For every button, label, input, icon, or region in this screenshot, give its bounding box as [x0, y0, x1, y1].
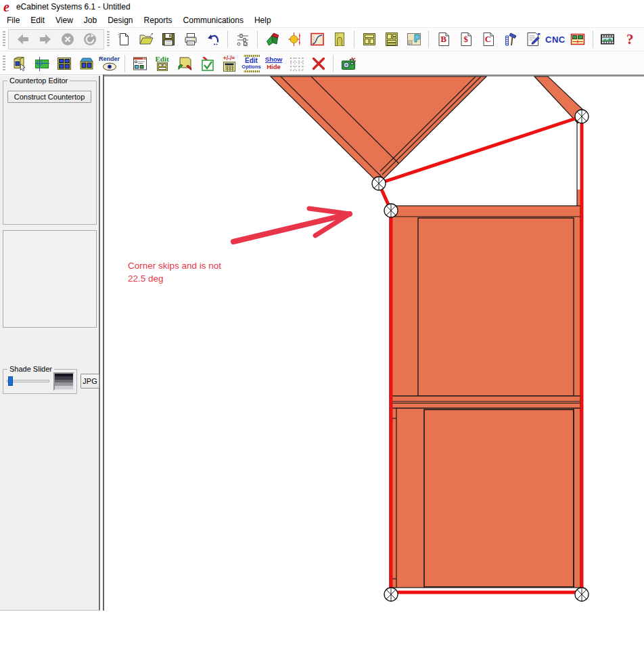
print-icon — [183, 31, 199, 47]
design-canvas[interactable]: Corner skips and is not 22.5 deg — [103, 74, 644, 611]
shade-slider-track[interactable] — [7, 380, 49, 382]
replace-cabinet-icon — [177, 56, 193, 72]
refresh-icon — [82, 31, 98, 47]
vertex-marker[interactable] — [575, 110, 589, 123]
snapshot-button[interactable] — [338, 53, 358, 74]
bid-report-icon — [436, 31, 452, 47]
edit-options-button[interactable]: EditOptions — [242, 53, 261, 74]
menu-edit[interactable]: Edit — [25, 14, 50, 26]
help-button[interactable]: ? — [620, 29, 640, 49]
edit-cabinet-button[interactable]: Edit — [152, 53, 172, 74]
vertex-marker[interactable] — [575, 588, 589, 601]
annotation-text-line1: Corner skips and is not — [128, 261, 221, 271]
menu-file[interactable]: File — [1, 14, 25, 26]
apply-changes-button[interactable] — [197, 53, 216, 74]
toolbar-gripper[interactable] — [3, 56, 5, 72]
menu-design[interactable]: Design — [102, 14, 138, 26]
dimension-calculator-button[interactable]: +/-/= — [219, 53, 239, 74]
undo-icon — [205, 31, 221, 47]
lighting-icon — [287, 31, 303, 47]
menu-communications[interactable]: Communications — [178, 14, 249, 26]
board-layout-button[interactable] — [32, 53, 51, 74]
upper-cabinet[interactable] — [390, 206, 580, 408]
cutlist-report-button[interactable]: C — [478, 29, 498, 49]
cabinet-editor-button[interactable] — [359, 29, 379, 49]
cabinet-front-icon — [56, 56, 72, 72]
refresh-button[interactable] — [80, 29, 99, 49]
open-button[interactable] — [136, 29, 156, 49]
menu-view[interactable]: View — [50, 14, 78, 26]
lighting-button[interactable] — [285, 29, 304, 49]
measure-tools-icon — [503, 31, 519, 47]
toolbar-separator — [428, 30, 429, 48]
window-title: eCabinet Systems 6.1 - Untitled — [16, 2, 131, 12]
sidebar: Countertop Editor Construct Countertop S… — [0, 76, 100, 611]
stop-icon — [60, 31, 76, 47]
room-design-button[interactable] — [404, 29, 423, 49]
construct-countertop-button[interactable]: Construct Countertop — [7, 91, 91, 103]
view-3d-button[interactable] — [9, 53, 29, 74]
delete-icon — [310, 56, 327, 72]
shade-slider-handle[interactable] — [8, 376, 13, 386]
toolbar-main: B$CCNC? — [0, 28, 644, 51]
save-icon — [160, 31, 177, 47]
toolbar-separator — [227, 30, 228, 48]
nav-toolbar — [8, 29, 104, 49]
properties-form-button[interactable] — [130, 53, 150, 74]
toolbar-separator — [333, 55, 334, 72]
snap-grid-button[interactable] — [286, 53, 306, 74]
cost-report-button[interactable]: $ — [456, 29, 476, 49]
apply-changes-icon — [199, 56, 215, 72]
title-bar: e eCabinet Systems 6.1 - Untitled — [0, 0, 644, 14]
cabinet-front-button[interactable] — [54, 53, 74, 74]
assembly-editor-button[interactable] — [382, 29, 401, 49]
print-button[interactable] — [181, 29, 200, 49]
toolbar-gripper[interactable] — [3, 31, 5, 47]
nesting-icon — [570, 31, 586, 47]
cnc-output-button[interactable]: CNC — [545, 29, 566, 49]
nesting-button[interactable] — [568, 29, 588, 49]
jpg-export-button[interactable]: JPG — [80, 374, 99, 389]
replace-cabinet-button[interactable] — [175, 53, 194, 74]
bid-report-button[interactable]: B — [434, 29, 453, 49]
show-hide-button[interactable]: ShowHide — [264, 53, 283, 74]
display-settings-button[interactable] — [233, 29, 252, 49]
stop-button[interactable] — [58, 29, 77, 49]
render-button[interactable]: Render — [99, 53, 120, 74]
undo-button[interactable] — [203, 29, 223, 49]
forward-button[interactable] — [35, 29, 55, 49]
delete-button[interactable] — [308, 53, 328, 74]
door-editor-icon — [331, 31, 348, 47]
render-icon — [101, 62, 118, 71]
measure-tools-button[interactable] — [501, 29, 520, 49]
menu-help[interactable]: Help — [249, 14, 277, 26]
vertex-marker[interactable] — [372, 177, 386, 190]
menu-job[interactable]: Job — [78, 14, 102, 26]
room-design-icon — [406, 31, 422, 47]
door-editor-button[interactable] — [329, 29, 349, 49]
toolbar-separator — [593, 30, 593, 48]
toolbar-second: RenderEdit+/-/=EditOptionsShowHide — [0, 52, 644, 75]
toolbar-gripper[interactable] — [107, 31, 110, 47]
countertop-editor-title: Countertop Editor — [7, 76, 70, 85]
molding-editor-icon — [309, 31, 325, 47]
materials-icon — [264, 31, 281, 47]
assembly-editor-icon — [384, 31, 400, 47]
image-gallery-button[interactable] — [598, 29, 618, 49]
shade-preview-swatch — [53, 372, 74, 391]
wall-view-button[interactable] — [76, 53, 96, 74]
lower-cabinet[interactable] — [390, 408, 580, 588]
wall-view-icon — [78, 56, 95, 72]
job-specs-button[interactable] — [523, 29, 543, 49]
vertex-marker[interactable] — [384, 204, 398, 217]
view-3d-icon — [12, 56, 28, 72]
materials-button[interactable] — [262, 29, 282, 49]
back-button[interactable] — [13, 29, 32, 49]
vertex-marker[interactable] — [384, 588, 398, 601]
menu-reports[interactable]: Reports — [139, 14, 178, 26]
cabinet-editor-icon — [361, 31, 377, 47]
molding-editor-button[interactable] — [307, 29, 327, 49]
job-specs-icon — [525, 31, 541, 47]
new-document-button[interactable] — [114, 29, 133, 49]
save-button[interactable] — [158, 29, 178, 49]
